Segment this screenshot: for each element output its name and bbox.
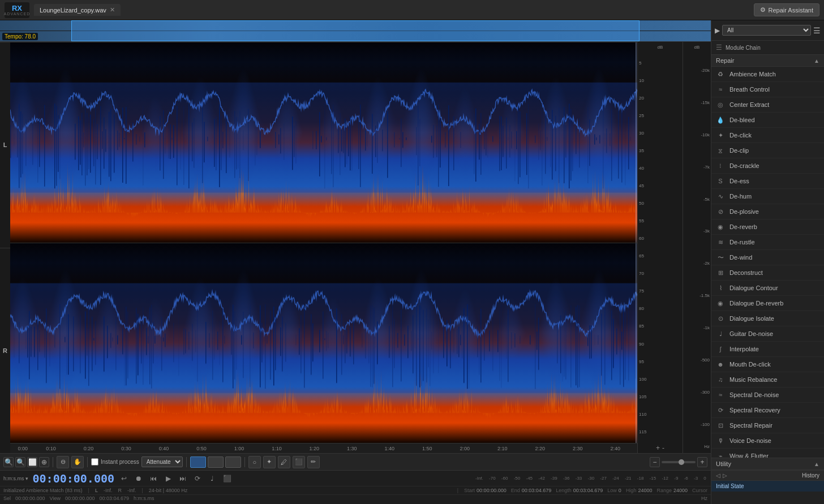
module-wow-flutter[interactable]: ⌁ Wow & Flutter: [711, 449, 824, 458]
module-chain-label: Module Chain: [726, 45, 761, 51]
time-mark-8: 1:20: [310, 446, 320, 451]
module-chain-btn[interactable]: ☰ Module Chain: [711, 41, 824, 55]
zoom-plus-btn[interactable]: +: [697, 457, 707, 467]
hz-val-8: -1.5k: [684, 293, 710, 298]
module-center-extract[interactable]: ◎ Center Extract: [711, 97, 824, 113]
module-de-reverb[interactable]: ◉ De-reverb: [711, 219, 824, 235]
magic-wand-btn[interactable]: ✦: [263, 456, 276, 468]
db-val-18: 95: [639, 359, 681, 364]
metronome-btn[interactable]: ♩: [207, 473, 217, 484]
section-repair-arrow: ▲: [814, 58, 819, 64]
module-de-click[interactable]: ✦ De-click: [711, 128, 824, 143]
section-utility-header[interactable]: Utility ▲: [711, 458, 824, 470]
spectral-de-noise-icon: ≈: [716, 390, 725, 399]
cursor-label: Cursor: [692, 488, 707, 493]
spectral-repair-icon: ⊡: [716, 421, 725, 430]
module-breath-control[interactable]: ≈ Breath Control: [711, 82, 824, 97]
zoom-tool-icon: ⊖: [61, 458, 66, 466]
view-end-val: 00:03:04.679: [100, 496, 130, 501]
history-initial-state[interactable]: Initial State: [711, 481, 824, 492]
range-val: 24000: [673, 488, 688, 493]
sidebar-menu-btn[interactable]: ☰: [813, 26, 821, 35]
zoom-slider[interactable]: [662, 461, 696, 463]
module-spectral-de-noise[interactable]: ≈ Spectral De-noise: [711, 387, 824, 403]
repair-assistant-button[interactable]: ⚙ Repair Assistant: [754, 3, 819, 16]
output-btn[interactable]: ⬛: [222, 473, 232, 484]
module-spectral-repair[interactable]: ⊡ Spectral Repair: [711, 418, 824, 433]
mouth-de-click-label: Mouth De-click: [729, 361, 771, 368]
file-tab[interactable]: LoungeLizard_copy.wav ✕: [34, 4, 121, 16]
db-val-5: 30: [639, 131, 681, 136]
module-guitar-de-noise[interactable]: ♩ Guitar De-noise: [711, 326, 824, 342]
end-field: End 00:03:04.679: [511, 488, 552, 493]
spectrogram-container: L R 0:00: [0, 42, 711, 453]
render-btn-2[interactable]: [208, 456, 224, 468]
section-repair-header[interactable]: Repair ▲: [711, 55, 824, 67]
lasso-tool-icon: ○: [252, 459, 256, 466]
history-forward-btn[interactable]: ▷: [723, 472, 727, 479]
module-de-bleed[interactable]: 💧 De-bleed: [711, 113, 824, 128]
history-nav: ◁ ▷: [716, 472, 727, 479]
high-label: High: [626, 488, 637, 493]
zoom-in-btn[interactable]: 🔍: [15, 457, 25, 467]
zoom-in-icon-right[interactable]: +: [656, 444, 660, 452]
paint-btn[interactable]: 🖊: [278, 456, 290, 468]
db-val-17: 90: [639, 342, 681, 347]
sidebar-play-btn[interactable]: ▶: [715, 27, 720, 35]
module-de-plosive[interactable]: ⊘ De-plosive: [711, 204, 824, 219]
status-top: h:m:s.ms ▾ 00:00:00.000 ↩ ⏺ ⏮ ▶ ⏭ ⟳ ♩ ⬛ …: [0, 471, 711, 486]
spectrogram-main[interactable]: 0:00 0:10 0:20 0:30 0:40 0:50 1:00 1:10 …: [10, 42, 637, 453]
time-format-selector[interactable]: h:m:s.ms ▾: [3, 476, 28, 481]
lasso-tool-btn[interactable]: ○: [248, 456, 261, 468]
hz-val-5: -5k: [684, 197, 710, 202]
instant-process-checkbox[interactable]: [91, 458, 98, 466]
prev-btn[interactable]: ⏮: [148, 473, 158, 484]
overview-waveform[interactable]: Tempo: 78.0: [0, 20, 711, 42]
erase-btn[interactable]: ⬛: [293, 456, 305, 468]
zoom-fit-btn[interactable]: ⬜: [27, 457, 37, 467]
record-btn[interactable]: ⏺: [134, 473, 144, 484]
module-de-wind[interactable]: 〜 De-wind: [711, 250, 824, 265]
render-btn-1[interactable]: [190, 456, 206, 468]
tab-close-btn[interactable]: ✕: [110, 6, 115, 14]
hand-tool-btn[interactable]: ✋: [71, 456, 84, 468]
module-dialogue-contour[interactable]: ⌇ Dialogue Contour: [711, 281, 824, 296]
module-spectral-recovery[interactable]: ⟳ Spectral Recovery: [711, 403, 824, 418]
module-ambience-match[interactable]: ♻ Ambience Match: [711, 67, 824, 82]
module-de-hum[interactable]: ∿ De-hum: [711, 189, 824, 204]
loop2-btn[interactable]: ⟳: [192, 473, 203, 484]
time-mark-11: 1:50: [422, 446, 432, 451]
zoom-full-btn[interactable]: ⊕: [39, 457, 49, 467]
zoom-minus-btn[interactable]: −: [650, 457, 660, 467]
module-de-crackle[interactable]: ⁝ De-crackle: [711, 158, 824, 174]
zoom-out-btn[interactable]: 🔍: [3, 457, 14, 467]
loop-btn[interactable]: ↩: [119, 473, 129, 484]
module-music-rebalance[interactable]: ♫ Music Rebalance: [711, 372, 824, 387]
level-mark-36: -36: [563, 476, 570, 481]
module-de-rustle[interactable]: ≋ De-rustle: [711, 235, 824, 250]
module-voice-de-noise[interactable]: 🎙 Voice De-noise: [711, 433, 824, 449]
module-mouth-de-click[interactable]: ☻ Mouth De-click: [711, 357, 824, 372]
module-dialogue-de-reverb[interactable]: ◉ Dialogue De-reverb: [711, 296, 824, 311]
module-interpolate[interactable]: ∫ Interpolate: [711, 342, 824, 357]
zoom-out-icon-right[interactable]: -: [662, 444, 664, 452]
attenuate-dropdown[interactable]: Attenuate: [141, 456, 183, 467]
next-btn[interactable]: ⏭: [178, 473, 188, 484]
module-deconstruct[interactable]: ⊞ Deconstruct: [711, 265, 824, 281]
zoom-tool-btn[interactable]: ⊖: [57, 456, 69, 468]
module-de-clip[interactable]: ⧖ De-clip: [711, 143, 824, 158]
module-de-ess[interactable]: S De-ess: [711, 174, 824, 189]
low-label: Low: [607, 488, 617, 493]
start-field: Start 00:00:00.000: [464, 488, 507, 493]
history-back-btn[interactable]: ◁: [716, 472, 720, 479]
de-clip-label: De-clip: [729, 147, 749, 154]
de-rustle-icon: ≋: [716, 238, 725, 247]
play-btn[interactable]: ▶: [163, 473, 173, 484]
module-dialogue-isolate[interactable]: ⊙ Dialogue Isolate: [711, 311, 824, 326]
channel-spec-r[interactable]: [10, 243, 637, 443]
view-start-val: 00:00:00.000: [65, 496, 95, 501]
preset-dropdown[interactable]: All: [722, 25, 811, 36]
render-btn-3[interactable]: [225, 456, 241, 468]
pencil-btn[interactable]: ✏: [307, 456, 320, 468]
channel-spec-l[interactable]: [10, 42, 637, 243]
